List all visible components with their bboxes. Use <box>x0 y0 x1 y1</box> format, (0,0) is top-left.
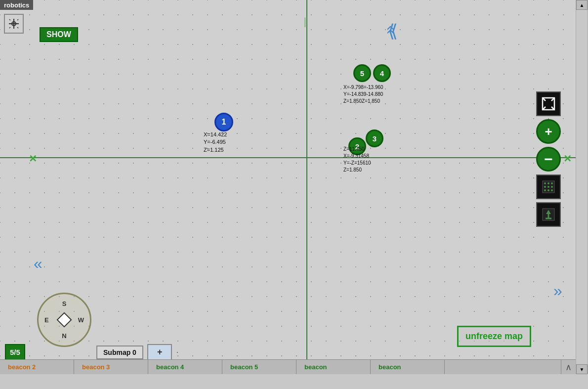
compass: S E W N <box>37 293 91 347</box>
svg-point-12 <box>544 189 546 191</box>
arrow-up-button[interactable] <box>536 202 561 227</box>
dots-icon <box>542 180 555 194</box>
svg-line-23 <box>17 19 18 20</box>
beacon-23-label: Z=11.450 X=-9.31458 Y=-Z=15610 Z=1.850 <box>343 146 371 173</box>
compass-w-label: W <box>78 316 84 324</box>
submap-row: Submap 0 + · <box>96 344 178 360</box>
tab-scroll-arrow[interactable]: ∧ <box>561 360 576 374</box>
tab-beacon-a[interactable]: beacon <box>296 360 371 374</box>
svg-point-13 <box>547 189 549 191</box>
zoom-out-button[interactable]: − <box>536 147 561 172</box>
compass-n-label: N <box>62 332 66 340</box>
tab-beacon-2[interactable]: beacon 2 <box>0 360 74 374</box>
crosshair-svg <box>8 18 20 30</box>
map-toolbar: + − <box>536 91 561 227</box>
svg-line-22 <box>9 19 10 20</box>
scroll-down-arrow[interactable]: ▼ <box>576 364 588 374</box>
svg-point-11 <box>551 186 553 188</box>
compass-inner: S E W N <box>44 300 84 340</box>
svg-line-24 <box>9 27 10 28</box>
double-chevron-up[interactable]: « <box>382 26 401 35</box>
tab-empty <box>445 360 561 374</box>
x-marker-right: ✕ <box>563 153 572 165</box>
expand-icon <box>542 97 555 111</box>
x-marker-left: ✕ <box>29 153 37 165</box>
tab-beacon-4[interactable]: beacon 4 <box>148 360 222 374</box>
show-button[interactable]: SHOW <box>40 27 78 42</box>
svg-line-25 <box>17 27 18 28</box>
map-container: ✕ ✕ │ │ ⟪ « « » « SHOW 1 X=14.422 Y=-6.4… <box>0 0 576 374</box>
scrollbar: ▲ ▼ <box>576 0 588 374</box>
unfreeze-map-button[interactable]: unfreeze map <box>457 326 531 347</box>
submap-add-button[interactable]: + <box>147 344 172 360</box>
compass-diamond <box>56 312 72 327</box>
arrow-up-icon <box>542 208 555 221</box>
bottom-tabs: beacon 2 beacon 3 beacon 4 beacon 5 beac… <box>0 359 576 374</box>
svg-point-6 <box>544 182 546 184</box>
beacon-green-3[interactable]: 3 <box>366 130 383 147</box>
submap-dots: · <box>176 347 178 357</box>
tab-beacon-5[interactable]: beacon 5 <box>222 360 296 374</box>
svg-point-8 <box>551 182 553 184</box>
svg-point-14 <box>551 189 553 191</box>
crosshair-vertical <box>306 0 307 374</box>
compass-s-label: S <box>62 300 67 307</box>
crosshair-icon[interactable] <box>4 14 24 34</box>
svg-point-7 <box>547 182 549 184</box>
counter-badge: 5/5 <box>5 344 25 360</box>
scroll-track[interactable] <box>576 10 588 364</box>
dots-button[interactable] <box>536 174 561 199</box>
beacon-54-label: X=-9.798=-13.960 Y=-14.839-14.880 Z=1.85… <box>343 84 383 105</box>
beacon-blue-1-label: X=14.422 Y=-6.495 Z=1.125 <box>204 131 227 154</box>
tab-beacon-3[interactable]: beacon 3 <box>74 360 148 374</box>
beacon-green-4[interactable]: 4 <box>373 64 391 82</box>
submap-button[interactable]: Submap 0 <box>96 346 143 359</box>
axis-top-marker: │ <box>303 18 308 27</box>
compass-e-label: E <box>44 316 49 324</box>
crosshair-horizontal <box>0 157 576 158</box>
beacon-green-5[interactable]: 5 <box>353 64 371 82</box>
tab-beacon-b[interactable]: beacon <box>371 360 445 374</box>
scroll-up-arrow[interactable]: ▲ <box>576 0 588 10</box>
app-title: robotics <box>0 0 33 10</box>
expand-button[interactable] <box>536 91 561 116</box>
zoom-in-button[interactable]: + <box>536 119 561 144</box>
svg-point-10 <box>547 186 549 188</box>
double-chevron-left[interactable]: « <box>34 255 42 273</box>
svg-point-9 <box>544 186 546 188</box>
beacon-blue-1[interactable]: 1 <box>214 113 233 131</box>
double-chevron-right[interactable]: » <box>553 282 562 300</box>
